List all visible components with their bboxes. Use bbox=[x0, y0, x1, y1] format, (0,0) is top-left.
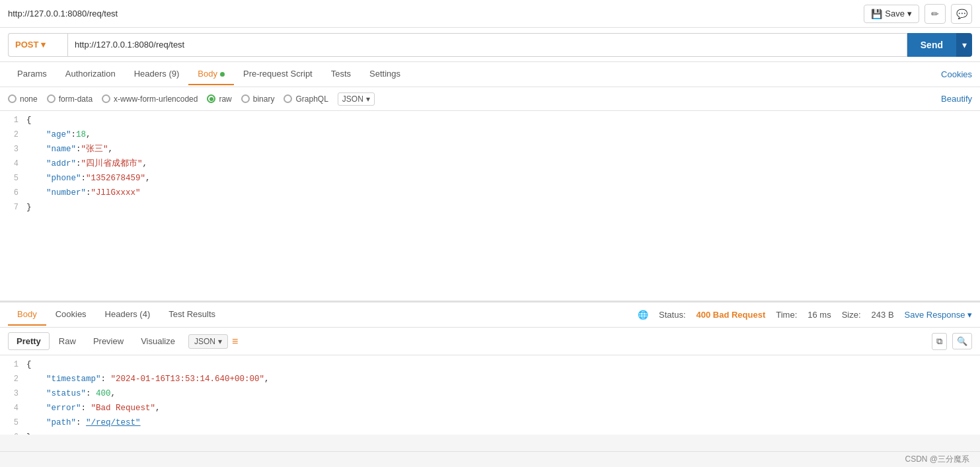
response-json-chevron: ▾ bbox=[218, 337, 222, 346]
response-meta: 🌐 Status: 400 Bad Request Time: 16 ms Si… bbox=[638, 310, 972, 320]
save-disk-icon: 💾 bbox=[871, 9, 882, 19]
request-body-editor[interactable]: 1 { 2 "age":18, 3 "name":"张三", 4 "addr":… bbox=[0, 111, 980, 303]
send-chevron-icon: ▾ bbox=[962, 40, 967, 50]
inner-tab-visualize[interactable]: Visualize bbox=[133, 333, 183, 349]
option-urlencoded[interactable]: x-www-form-urlencoded bbox=[102, 94, 198, 104]
response-line-1: 1 { bbox=[0, 358, 980, 373]
request-line-5: 5 "phone":"1352678459", bbox=[0, 172, 980, 186]
option-graphql[interactable]: GraphQL bbox=[283, 94, 328, 104]
response-section: Body Cookies Headers (4) Test Results 🌐 … bbox=[0, 303, 980, 435]
tab-tests[interactable]: Tests bbox=[322, 63, 360, 85]
save-dropdown-icon: ▾ bbox=[907, 9, 912, 18]
json-format-selector[interactable]: JSON ▾ bbox=[338, 92, 375, 106]
radio-raw bbox=[207, 94, 215, 103]
comment-button[interactable]: 💬 bbox=[951, 4, 972, 24]
request-line-1: 1 { bbox=[0, 114, 980, 128]
comment-icon: 💬 bbox=[956, 9, 967, 19]
edit-button[interactable]: ✏ bbox=[924, 4, 946, 24]
filter-icon[interactable]: ≡ bbox=[232, 336, 238, 347]
response-body-editor[interactable]: 1 { 2 "timestamp": "2024-01-16T13:53:14.… bbox=[0, 355, 980, 435]
send-dropdown-button[interactable]: ▾ bbox=[956, 33, 972, 57]
top-bar-actions: 💾 Save ▾ ✏ 💬 bbox=[864, 4, 972, 24]
option-form-data[interactable]: form-data bbox=[47, 94, 93, 104]
method-dropdown-icon: ▾ bbox=[41, 40, 46, 50]
response-tab-cookies[interactable]: Cookies bbox=[46, 304, 96, 326]
tab-params[interactable]: Params bbox=[8, 63, 56, 85]
response-inner-left: Pretty Raw Preview Visualize JSON ▾ ≡ bbox=[8, 332, 238, 350]
response-tab-test-results[interactable]: Test Results bbox=[159, 304, 225, 326]
cookies-link[interactable]: Cookies bbox=[941, 69, 972, 79]
response-tabs-bar: Body Cookies Headers (4) Test Results 🌐 … bbox=[0, 303, 980, 328]
top-bar: http://127.0.0.1:8080/req/test 💾 Save ▾ … bbox=[0, 0, 980, 28]
body-options-left: none form-data x-www-form-urlencoded raw… bbox=[8, 92, 375, 106]
response-line-6: 6 } bbox=[0, 431, 980, 435]
inner-tab-raw[interactable]: Raw bbox=[51, 333, 84, 349]
option-binary[interactable]: binary bbox=[241, 94, 275, 104]
tab-headers[interactable]: Headers (9) bbox=[125, 63, 189, 85]
request-line-4: 4 "addr":"四川省成都市", bbox=[0, 157, 980, 172]
time-value: 16 ms bbox=[808, 310, 831, 320]
copy-button[interactable]: ⧉ bbox=[932, 333, 947, 350]
tab-pre-request[interactable]: Pre-request Script bbox=[234, 63, 322, 85]
inner-tab-pretty[interactable]: Pretty bbox=[8, 332, 50, 350]
response-tab-headers[interactable]: Headers (4) bbox=[96, 304, 160, 326]
response-inner-tabs: Pretty Raw Preview Visualize JSON ▾ ≡ ⧉ … bbox=[0, 328, 980, 355]
request-tabs-left: Params Authorization Headers (9) Body Pr… bbox=[8, 63, 410, 85]
radio-binary bbox=[241, 94, 250, 103]
response-json-selector[interactable]: JSON ▾ bbox=[188, 334, 228, 349]
tab-authorization[interactable]: Authorization bbox=[56, 63, 125, 85]
response-line-2: 2 "timestamp": "2024-01-16T13:53:14.640+… bbox=[0, 373, 980, 387]
response-line-3: 3 "status": 400, bbox=[0, 387, 980, 402]
save-response-button[interactable]: Save Response ▾ bbox=[905, 310, 972, 320]
send-button[interactable]: Send bbox=[907, 33, 956, 57]
save-button[interactable]: 💾 Save ▾ bbox=[864, 5, 919, 23]
request-line-6: 6 "number":"JllGxxxx" bbox=[0, 186, 980, 201]
size-value: 243 B bbox=[872, 310, 894, 320]
radio-none bbox=[8, 94, 17, 103]
request-tabs-bar: Params Authorization Headers (9) Body Pr… bbox=[0, 62, 980, 87]
response-tab-body[interactable]: Body bbox=[8, 304, 46, 326]
globe-icon: 🌐 bbox=[638, 310, 648, 320]
tab-settings[interactable]: Settings bbox=[360, 63, 410, 85]
response-line-5: 5 "path": "/req/test" bbox=[0, 416, 980, 431]
method-select[interactable]: POST ▾ bbox=[8, 33, 67, 57]
body-options-bar: none form-data x-www-form-urlencoded raw… bbox=[0, 87, 980, 111]
option-none[interactable]: none bbox=[8, 94, 38, 104]
bottom-label: CSDN @三分魔系 bbox=[905, 454, 969, 465]
status-label: Status: bbox=[659, 310, 685, 320]
json-format-label: JSON bbox=[342, 94, 363, 104]
top-bar-url: http://127.0.0.1:8080/req/test bbox=[8, 9, 118, 18]
bottom-bar: CSDN @三分魔系 bbox=[0, 451, 980, 467]
radio-urlencoded bbox=[102, 94, 110, 103]
response-line-4: 4 "error": "Bad Request", bbox=[0, 402, 980, 416]
response-tabs-left: Body Cookies Headers (4) Test Results bbox=[8, 304, 225, 326]
save-label: Save bbox=[885, 9, 905, 18]
request-line-2: 2 "age":18, bbox=[0, 128, 980, 143]
edit-icon: ✏ bbox=[931, 9, 939, 19]
option-raw[interactable]: raw bbox=[207, 94, 231, 104]
time-label: Time: bbox=[776, 310, 797, 320]
method-label: POST bbox=[15, 40, 38, 50]
size-label: Size: bbox=[842, 310, 861, 320]
json-format-chevron: ▾ bbox=[366, 94, 370, 104]
beautify-button[interactable]: Beautify bbox=[941, 94, 972, 104]
response-json-label: JSON bbox=[194, 337, 215, 346]
status-value: 400 Bad Request bbox=[697, 310, 766, 320]
request-line-3: 3 "name":"张三", bbox=[0, 143, 980, 157]
search-button[interactable]: 🔍 bbox=[952, 333, 972, 349]
radio-form-data bbox=[47, 94, 56, 103]
tab-body[interactable]: Body bbox=[188, 63, 234, 85]
request-bar: POST ▾ Send ▾ bbox=[0, 28, 980, 62]
url-input[interactable] bbox=[67, 33, 907, 57]
radio-graphql bbox=[283, 94, 292, 103]
inner-tab-preview[interactable]: Preview bbox=[85, 333, 132, 349]
body-dot-indicator bbox=[220, 72, 225, 77]
response-inner-right: ⧉ 🔍 bbox=[932, 333, 972, 350]
request-line-7: 7 } bbox=[0, 201, 980, 215]
